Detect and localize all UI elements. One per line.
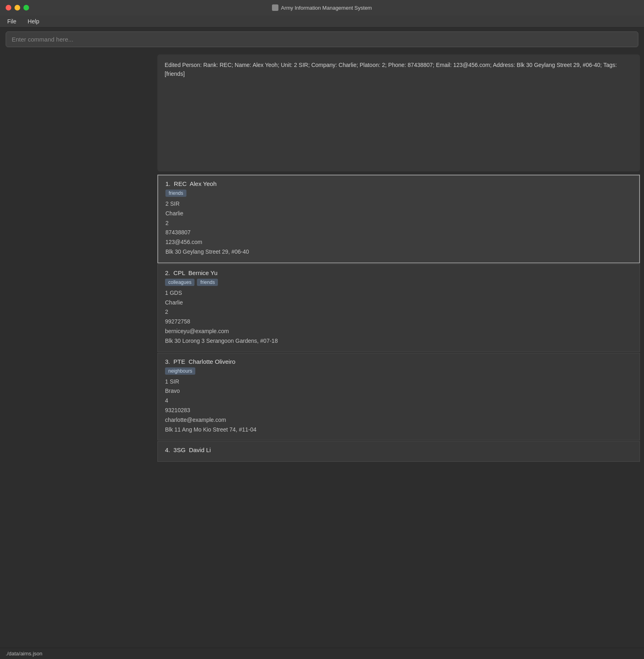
person-phone: 99272758 [165, 317, 632, 327]
main-content: Edited Person: Rank: REC; Name: Alex Yeo… [0, 51, 644, 648]
person-card[interactable]: 1. REC Alex Yeoh friends 2 SIR Charlie 2… [157, 175, 640, 263]
person-company: Charlie [165, 298, 632, 308]
person-detail: 1 SIR Bravo 4 93210283 charlotte@example… [165, 377, 632, 435]
tags-row: friends [165, 190, 632, 197]
window-controls[interactable] [6, 5, 29, 10]
menu-file[interactable]: File [6, 17, 18, 25]
person-email: 123@456.com [165, 238, 632, 247]
tag-badge: colleagues [165, 279, 194, 286]
tags-row: colleaguesfriends [165, 279, 632, 286]
menu-help[interactable]: Help [26, 17, 41, 25]
person-header: 3. PTE Charlotte Oliveiro [165, 358, 632, 365]
person-list[interactable]: 1. REC Alex Yeoh friends 2 SIR Charlie 2… [157, 175, 640, 648]
person-header: 2. CPL Bernice Yu [165, 269, 632, 276]
person-header: 4. 3SG David Li [165, 446, 632, 453]
person-card[interactable]: 3. PTE Charlotte Oliveiro neighbours 1 S… [157, 353, 640, 441]
tags-row: neighbours [165, 367, 632, 375]
person-platoon: 2 [165, 219, 632, 228]
window-title: Army Information Management System [281, 5, 372, 11]
person-phone: 93210283 [165, 406, 632, 415]
person-card[interactable]: 2. CPL Bernice Yu colleaguesfriends 1 GD… [157, 264, 640, 352]
person-company: Charlie [165, 209, 632, 219]
person-unit: 2 SIR [165, 199, 632, 209]
person-platoon: 4 [165, 396, 632, 406]
command-input[interactable] [6, 31, 638, 47]
person-address: Blk 30 Lorong 3 Serangoon Gardens, #07-1… [165, 336, 632, 346]
person-company: Bravo [165, 386, 632, 396]
right-panel: Edited Person: Rank: REC; Name: Alex Yeo… [157, 51, 644, 648]
tag-badge: friends [197, 279, 218, 286]
person-unit: 1 GDS [165, 288, 632, 298]
person-card[interactable]: 4. 3SG David Li [157, 441, 640, 462]
person-unit: 1 SIR [165, 377, 632, 387]
person-address: Blk 11 Ang Mo Kio Street 74, #11-04 [165, 425, 632, 435]
person-phone: 87438807 [165, 228, 632, 238]
tag-badge: friends [165, 190, 186, 197]
title-bar: Army Information Management System [0, 0, 644, 15]
output-text: Edited Person: Rank: REC; Name: Alex Yeo… [165, 62, 617, 77]
person-address: Blk 30 Geylang Street 29, #06-40 [165, 247, 632, 257]
output-area: Edited Person: Rank: REC; Name: Alex Yeo… [157, 54, 640, 171]
person-detail: 1 GDS Charlie 2 99272758 berniceyu@examp… [165, 288, 632, 346]
tag-badge: neighbours [165, 367, 195, 375]
person-header: 1. REC Alex Yeoh [165, 180, 632, 187]
person-platoon: 2 [165, 307, 632, 317]
person-email: charlotte@example.com [165, 415, 632, 425]
close-button[interactable] [6, 5, 11, 10]
status-path: ./data/aims.json [6, 651, 42, 657]
app-icon [272, 4, 278, 11]
minimize-button[interactable] [15, 5, 20, 10]
command-bar [0, 27, 644, 51]
menu-bar: File Help [0, 15, 644, 27]
maximize-button[interactable] [23, 5, 29, 10]
status-bar: ./data/aims.json [0, 648, 644, 659]
left-panel [0, 51, 157, 648]
person-detail: 2 SIR Charlie 2 87438807 123@456.com Blk… [165, 199, 632, 257]
person-email: berniceyu@example.com [165, 327, 632, 336]
